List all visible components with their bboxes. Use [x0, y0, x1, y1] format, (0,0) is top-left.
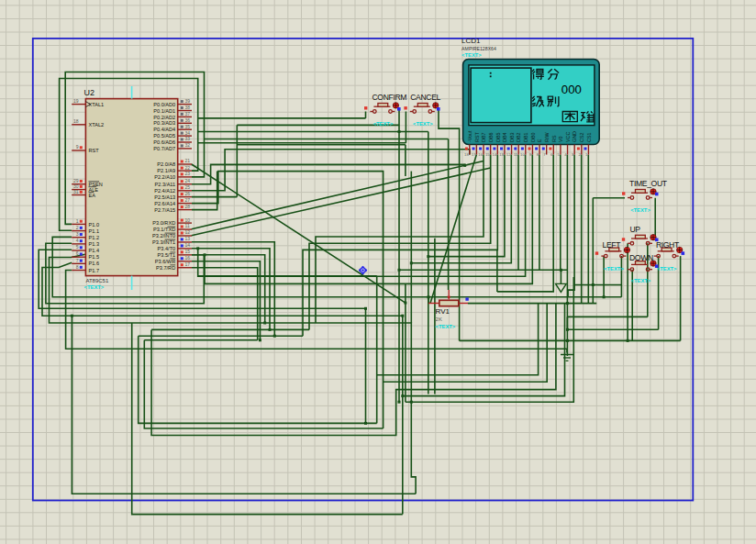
svg-text:P1.5: P1.5: [89, 254, 100, 260]
svg-text:17: 17: [472, 152, 476, 157]
svg-text:P2.3/A11: P2.3/A11: [155, 182, 176, 187]
svg-text:DB1: DB1: [523, 133, 528, 143]
svg-text:TIME_OUT: TIME_OUT: [629, 179, 668, 188]
svg-text:RS: RS: [551, 135, 557, 142]
svg-text:RIGHT: RIGHT: [656, 240, 680, 250]
svg-text:28: 28: [185, 204, 191, 209]
svg-text:000: 000: [561, 83, 582, 96]
svg-text:DB6: DB6: [488, 133, 494, 143]
svg-text:P0.0/AD0: P0.0/AD0: [153, 102, 175, 107]
svg-text:P3.7/RD: P3.7/RD: [156, 265, 175, 271]
svg-text:24: 24: [185, 178, 191, 183]
svg-text:23: 23: [185, 171, 191, 176]
svg-text:4: 4: [76, 238, 79, 243]
svg-text:P3.6/WR: P3.6/WR: [155, 259, 175, 264]
svg-text:P0.7/AD7: P0.7/AD7: [153, 146, 175, 151]
svg-text:LEFT: LEFT: [603, 240, 622, 250]
svg-text:DB2: DB2: [516, 133, 521, 143]
svg-text:CANCEL: CANCEL: [410, 93, 440, 102]
svg-text:10: 10: [520, 152, 525, 157]
svg-text:P3.0/RXD: P3.0/RXD: [152, 220, 175, 226]
svg-text:7: 7: [76, 258, 79, 263]
svg-text:P2.7/A15: P2.7/A15: [154, 207, 175, 213]
svg-text:2K: 2K: [436, 316, 442, 322]
svg-text:32: 32: [185, 142, 191, 148]
svg-text:P2.5/A13: P2.5/A13: [154, 194, 175, 200]
svg-text:RST: RST: [89, 148, 100, 153]
svg-text:36: 36: [185, 117, 191, 123]
svg-text:3: 3: [76, 231, 79, 237]
svg-text:VCC: VCC: [565, 132, 571, 142]
svg-text:<TEXT>: <TEXT>: [373, 121, 394, 127]
svg-text:P1.3: P1.3: [89, 241, 100, 247]
svg-text:13: 13: [499, 152, 504, 157]
svg-text:P3.4/T0: P3.4/T0: [158, 246, 176, 251]
svg-text:P0.2/AD2: P0.2/AD2: [153, 115, 175, 120]
svg-text:P2.2/A10: P2.2/A10: [154, 174, 175, 180]
svg-text:18: 18: [73, 118, 79, 124]
svg-text:6: 6: [76, 250, 79, 256]
svg-text:UP: UP: [630, 225, 641, 234]
svg-text:26: 26: [185, 191, 191, 196]
svg-text:14: 14: [493, 152, 497, 157]
svg-text:17: 17: [185, 261, 191, 267]
svg-text:8: 8: [76, 264, 79, 270]
svg-text:15: 15: [485, 152, 490, 157]
svg-text:R/W: R/W: [544, 132, 550, 142]
svg-text:38: 38: [185, 105, 191, 110]
svg-text:33: 33: [185, 136, 191, 141]
svg-text:12: 12: [506, 152, 511, 157]
svg-text:22: 22: [185, 165, 191, 171]
svg-text:P0.4/AD4: P0.4/AD4: [153, 127, 175, 132]
svg-text:P1.1: P1.1: [89, 228, 100, 234]
svg-text:P1.4: P1.4: [89, 248, 100, 253]
svg-text:-Vout: -Vout: [467, 130, 472, 142]
svg-text:39: 39: [185, 98, 191, 104]
svg-text:P2.1/A9: P2.1/A9: [157, 168, 175, 173]
svg-text:DB7: DB7: [481, 133, 486, 143]
svg-text:<TEXT>: <TEXT>: [631, 278, 651, 283]
svg-text:DB4: DB4: [502, 133, 507, 143]
svg-text:P3.3/INT1: P3.3/INT1: [152, 239, 175, 245]
svg-text:DOWN: DOWN: [629, 253, 653, 262]
svg-text:<TEXT>: <TEXT>: [630, 207, 650, 213]
svg-text:9: 9: [76, 144, 79, 150]
svg-text:P3.1/TXD: P3.1/TXD: [153, 227, 175, 232]
svg-text:P0.5/AD5: P0.5/AD5: [153, 133, 175, 139]
svg-text:CS1: CS1: [586, 133, 592, 143]
svg-text:37: 37: [185, 111, 191, 117]
svg-text:CONFIRM: CONFIRM: [372, 93, 407, 102]
svg-text:21: 21: [185, 158, 191, 163]
svg-text:<TEXT>: <TEXT>: [604, 266, 624, 272]
svg-text:14: 14: [185, 242, 191, 248]
svg-text:34: 34: [185, 130, 191, 136]
svg-text:AT89C51: AT89C51: [85, 278, 109, 283]
svg-text:E: E: [537, 139, 542, 142]
svg-text:<TEXT>: <TEXT>: [436, 324, 456, 329]
svg-text:P0.6/AD6: P0.6/AD6: [153, 139, 175, 145]
svg-text:P0.3/AD3: P0.3/AD3: [153, 120, 175, 126]
svg-text:P3.2/INT0: P3.2/INT0: [152, 233, 175, 239]
svg-text:P1.0: P1.0: [89, 222, 100, 228]
svg-text:18: 18: [464, 152, 469, 157]
svg-text:V0: V0: [558, 136, 563, 142]
svg-text:16: 16: [185, 255, 191, 261]
svg-text:AMPIRE128X64: AMPIRE128X64: [461, 46, 496, 51]
svg-text:16: 16: [478, 152, 483, 157]
svg-text:P3.5/T1: P3.5/T1: [158, 252, 176, 258]
svg-text:RV1: RV1: [436, 307, 450, 316]
svg-text:10: 10: [185, 217, 191, 223]
svg-text:DB0: DB0: [530, 133, 536, 143]
svg-text:P1.7: P1.7: [89, 268, 100, 273]
svg-text:35: 35: [185, 124, 191, 129]
svg-text:11: 11: [514, 152, 518, 157]
svg-text:RST: RST: [474, 132, 480, 142]
svg-text:<TEXT>: <TEXT>: [413, 121, 433, 127]
svg-text:2: 2: [76, 225, 79, 230]
svg-text:LCD1: LCD1: [461, 37, 481, 45]
svg-text:5: 5: [76, 244, 79, 250]
svg-text:12: 12: [185, 229, 191, 235]
svg-text:31: 31: [73, 189, 79, 194]
svg-text:<TEXT>: <TEXT>: [461, 52, 482, 58]
svg-text:XTAL2: XTAL2: [89, 122, 105, 128]
